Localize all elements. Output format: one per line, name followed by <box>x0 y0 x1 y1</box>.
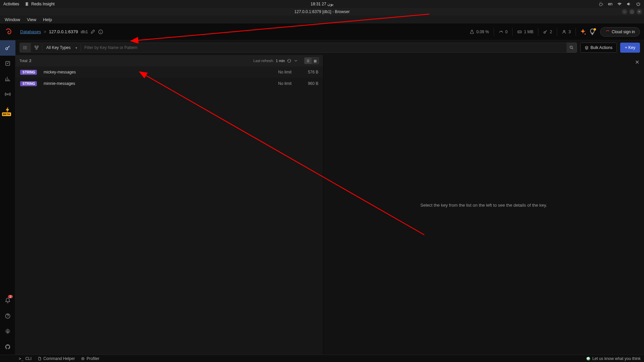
app-indicator[interactable]: Redis Insight <box>24 2 54 6</box>
columns-view-list[interactable]: ☰ <box>304 57 312 64</box>
key-type-tag: STRING <box>20 81 37 86</box>
stat-cpu-value: 0.09 % <box>476 30 489 34</box>
stat-clients-value: 3 <box>569 30 571 34</box>
svg-rect-14 <box>36 48 37 50</box>
power-icon[interactable] <box>636 2 641 6</box>
svg-point-6 <box>7 94 8 95</box>
window-title: 127.0.0.1:6379 [db1] - Browser <box>294 9 350 14</box>
window-close[interactable]: ✕ <box>637 9 642 14</box>
db-index-label: db1 <box>81 29 88 34</box>
footer-cli[interactable]: >_ CLI <box>19 356 32 361</box>
workbench-icon <box>5 60 11 66</box>
table-row[interactable]: STRING minnie-messages No limit 960 B <box>15 78 323 89</box>
bulk-actions-button[interactable]: Bulk Actions <box>580 43 617 53</box>
footer-command-helper[interactable]: Command Helper <box>38 356 75 361</box>
breadcrumb-host: 127.0.0.1:6379 <box>49 29 78 34</box>
system-clock[interactable]: يون 27 18:31 <box>311 2 333 6</box>
layers-icon <box>585 46 589 50</box>
svg-point-2 <box>544 32 546 33</box>
view-mode-tree-button[interactable] <box>31 43 42 53</box>
cloud-signin-button[interactable]: Cloud sign in <box>600 27 640 37</box>
svg-point-10 <box>23 47 24 48</box>
cloud-signin-label: Cloud sign in <box>612 30 635 34</box>
insights-button[interactable] <box>579 28 587 36</box>
sidebar-item-triggers[interactable]: BETA <box>0 102 15 117</box>
svg-point-9 <box>23 46 24 47</box>
sidebar-item-analysis[interactable] <box>0 71 15 87</box>
wifi-icon[interactable] <box>617 2 622 6</box>
chevron-down-icon[interactable] <box>293 58 298 63</box>
keys-list-pane: Total: 2 Last refresh: 1 min ☰ ▦ <box>15 55 323 355</box>
feedback-dot-icon: 💬 <box>586 357 590 361</box>
redis-cloud-icon <box>605 30 610 34</box>
key-icon <box>5 45 11 51</box>
volume-icon[interactable] <box>627 2 631 6</box>
activities-menu[interactable]: Activities <box>3 2 19 6</box>
tree-icon <box>34 45 39 50</box>
tips-button[interactable] <box>589 28 596 36</box>
sidebar-item-pubsub[interactable] <box>0 87 15 102</box>
stat-commands-value: 0 <box>505 30 508 34</box>
app-menubar: Window View Help <box>0 15 644 23</box>
sidebar-item-notifications[interactable]: 2 <box>0 293 15 308</box>
content-area: All Key Types Bulk Actions + Key Total: … <box>15 40 644 355</box>
storage-icon <box>517 30 522 34</box>
key-detail-pane: ✕ Select the key from the list on the le… <box>323 55 644 355</box>
view-mode-list-button[interactable] <box>19 43 31 53</box>
sidebar-item-github[interactable] <box>0 339 15 355</box>
menu-help[interactable]: Help <box>40 16 55 23</box>
pencil-icon[interactable] <box>90 29 95 35</box>
lang-indicator[interactable]: en <box>608 2 612 6</box>
add-key-button[interactable]: + Key <box>620 43 640 53</box>
sidebar-item-browser[interactable] <box>0 40 15 56</box>
help-icon <box>5 313 11 319</box>
menu-view[interactable]: View <box>24 16 39 23</box>
footer-feedback[interactable]: 💬 Let us know what you think <box>586 356 641 361</box>
status-bar: >_ CLI Command Helper Profiler 💬 Let us … <box>0 355 644 362</box>
coffee-icon[interactable] <box>599 2 603 6</box>
key-type-label: All Key Types <box>46 45 70 50</box>
window-maximize[interactable]: ▢ <box>629 9 635 14</box>
svg-point-3 <box>564 30 565 32</box>
close-icon[interactable]: ✕ <box>635 59 639 65</box>
refresh-label: Last refresh: <box>253 59 274 63</box>
svg-rect-12 <box>35 46 36 47</box>
footer-profiler[interactable]: Profiler <box>81 356 99 361</box>
columns-view-compact[interactable]: ▦ <box>312 57 319 64</box>
beta-badge: BETA <box>2 112 11 116</box>
key-type-select[interactable]: All Key Types <box>42 43 81 53</box>
menu-window[interactable]: Window <box>2 16 23 23</box>
filter-input[interactable] <box>81 43 567 53</box>
refresh-value: 1 min <box>276 59 285 63</box>
key-ttl: No limit <box>265 81 291 86</box>
footer-feedback-label: Let us know what you think <box>592 356 641 361</box>
key-size: 960 B <box>298 81 318 86</box>
breadcrumb-separator: > <box>44 29 46 34</box>
stat-cpu: 0.09 % <box>465 28 494 36</box>
sidebar-item-workbench[interactable] <box>0 56 15 71</box>
redis-logo[interactable] <box>4 27 14 37</box>
svg-point-11 <box>23 49 24 49</box>
lab-icon <box>470 30 474 34</box>
sidebar-item-help[interactable] <box>0 308 15 324</box>
key-type-tag: STRING <box>20 70 37 75</box>
redis-icon <box>24 2 29 6</box>
breadcrumb-databases-link[interactable]: Databases <box>20 29 41 34</box>
app-header: Databases > 127.0.0.1:6379 db1 0.09 % 0 … <box>0 23 644 40</box>
key-icon <box>543 30 548 34</box>
info-icon[interactable] <box>98 29 103 35</box>
key-name: minnie-messages <box>44 81 258 86</box>
refresh-icon[interactable] <box>287 58 291 63</box>
table-row[interactable]: STRING mickey-messages No limit 576 B <box>15 66 323 78</box>
key-size: 576 B <box>298 70 318 74</box>
stat-memory: 1 MB <box>513 28 538 36</box>
breadcrumb: Databases > 127.0.0.1:6379 db1 <box>20 29 103 35</box>
header-stats: 0.09 % 0 1 MB 2 3 Cloud sign in <box>465 27 640 37</box>
breadcrumb-db-chip: db1 <box>81 29 96 35</box>
bolt-icon <box>5 107 11 113</box>
detail-placeholder-text: Select the key from the list on the left… <box>420 202 547 207</box>
bell-icon <box>5 298 11 304</box>
window-minimize[interactable]: − <box>622 9 627 14</box>
search-button[interactable] <box>567 43 577 53</box>
sidebar-item-settings[interactable] <box>0 324 15 339</box>
